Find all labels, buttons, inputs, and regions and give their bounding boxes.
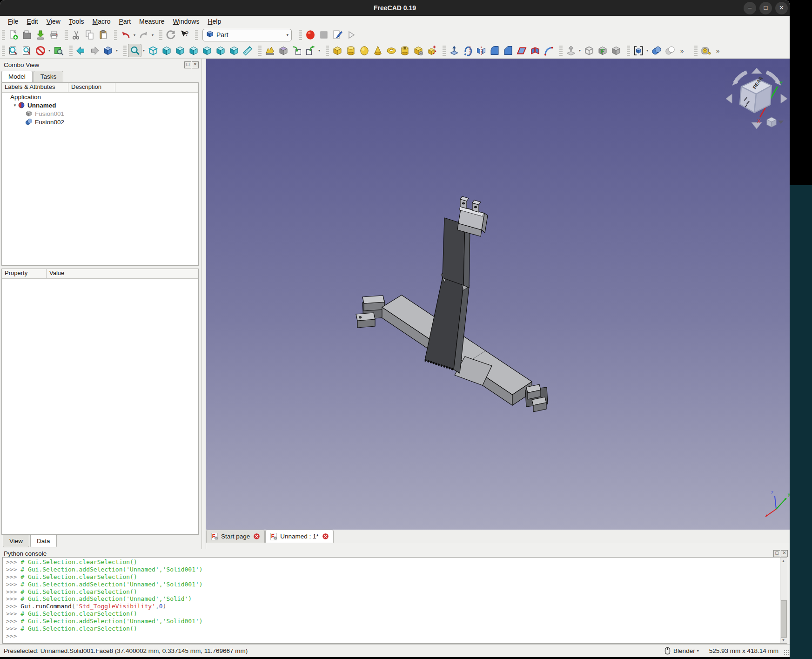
tree-item-fusion001[interactable]: Fusion001 <box>2 109 198 118</box>
redo-button[interactable] <box>137 28 150 42</box>
offset-button[interactable] <box>564 44 577 57</box>
expander-icon[interactable]: ▾ <box>12 103 18 108</box>
tab-close-icon[interactable] <box>322 533 329 540</box>
nav-mini-cube-icon[interactable] <box>767 117 776 127</box>
resize-grip[interactable] <box>784 650 789 655</box>
menu-item-tools[interactable]: Tools <box>65 17 88 26</box>
toolbar-handle-icon[interactable] <box>159 30 162 40</box>
tab-model[interactable]: Model <box>1 71 33 82</box>
simple-copy-button[interactable] <box>609 44 623 57</box>
primitive-cylinder-button[interactable] <box>344 44 357 57</box>
tree-item-fusion002[interactable]: Fusion002 <box>2 118 198 126</box>
macro-stop-button[interactable] <box>317 28 330 42</box>
measure-linear-button[interactable] <box>241 44 254 57</box>
view-top-button[interactable] <box>173 44 187 57</box>
revolve-button[interactable] <box>461 44 474 57</box>
toolbar-handle-icon[interactable] <box>443 46 446 56</box>
console-close-icon[interactable]: ✕ <box>781 550 788 557</box>
whats-this-button[interactable]: ? <box>177 28 191 42</box>
workbench-selector[interactable]: Part▾ <box>202 29 292 41</box>
document-tab-start-page[interactable]: FStart page <box>206 530 265 543</box>
fit-all-button[interactable] <box>7 44 20 57</box>
primitive-cone-button[interactable] <box>371 44 384 57</box>
menu-item-file[interactable]: File <box>4 17 23 26</box>
cross-section-button[interactable] <box>631 44 645 57</box>
toolbar-handle-icon[interactable] <box>65 30 68 40</box>
viewport-3d[interactable]: Y X REAR <box>206 59 790 530</box>
python-console[interactable]: >>> # Gui.Selection.clearSelection()>>> … <box>2 557 787 644</box>
offset-caret-icon[interactable]: ▾ <box>577 44 582 57</box>
view-bottom-button[interactable] <box>214 44 227 57</box>
sweep-button[interactable] <box>542 44 555 57</box>
toolbar-handle-icon[interactable] <box>69 46 73 56</box>
menu-item-edit[interactable]: Edit <box>23 17 42 26</box>
minimize-button[interactable]: – <box>744 2 756 14</box>
toolbar-handle-icon[interactable] <box>195 30 198 40</box>
draw-style-caret-icon[interactable]: ▾ <box>47 44 52 57</box>
vertical-splitter[interactable] <box>201 59 206 549</box>
menu-item-view[interactable]: View <box>42 17 65 26</box>
shape-builder-button[interactable] <box>411 44 425 57</box>
nav-menu-caret-icon[interactable] <box>778 121 784 124</box>
navigation-cube[interactable]: Y X REAR <box>726 68 787 129</box>
nav-style-caret-icon[interactable]: ▾ <box>697 649 699 653</box>
convert-to-solid-button[interactable] <box>276 44 290 57</box>
toolbar-handle-icon[interactable] <box>326 46 329 56</box>
macro-record-button[interactable] <box>303 28 317 42</box>
primitives-dialog-button[interactable] <box>425 44 438 57</box>
menu-item-part[interactable]: Part <box>114 17 135 26</box>
view-front-button[interactable] <box>160 44 173 57</box>
tree-header-labels[interactable]: Labels & Attributes <box>2 83 68 92</box>
redo-caret-icon[interactable]: ▾ <box>150 28 155 42</box>
refresh-button[interactable] <box>164 28 177 42</box>
scroll-thumb[interactable] <box>781 600 787 638</box>
menu-item-measure[interactable]: Measure <box>135 17 168 26</box>
cross-section-caret-icon[interactable]: ▾ <box>645 44 650 57</box>
toolbar-handle-icon[interactable] <box>114 30 117 40</box>
zoom-tool-caret-icon[interactable]: ▾ <box>141 44 146 57</box>
view-isometric-button[interactable] <box>101 44 114 57</box>
boolean-union-button[interactable] <box>650 44 663 57</box>
scroll-up-icon[interactable]: ▲ <box>781 558 786 564</box>
export-part-button[interactable] <box>303 44 317 57</box>
tab-view[interactable]: View <box>3 535 29 547</box>
draw-style-button[interactable] <box>34 44 47 57</box>
primitive-box-button[interactable] <box>330 44 344 57</box>
fusion-model[interactable] <box>356 196 548 412</box>
undo-caret-icon[interactable]: ▾ <box>132 28 137 42</box>
toolbar-handle-icon[interactable] <box>299 30 302 40</box>
dock-close-icon[interactable]: ✕ <box>192 61 199 68</box>
title-bar[interactable]: FreeCAD 0.19 – □ ✕ <box>0 0 790 16</box>
primitive-sphere-button[interactable] <box>357 44 371 57</box>
view-axonometric-button[interactable] <box>146 44 160 57</box>
nav-forward-button[interactable] <box>87 44 101 57</box>
tab-tasks[interactable]: Tasks <box>34 71 64 82</box>
thickness-button[interactable] <box>582 44 596 57</box>
print-button[interactable] <box>47 28 60 42</box>
new-file-button[interactable] <box>7 28 20 42</box>
maximize-button[interactable]: □ <box>759 2 772 14</box>
primitive-torus-button[interactable] <box>384 44 398 57</box>
menu-item-windows[interactable]: Windows <box>169 17 204 26</box>
tab-data[interactable]: Data <box>30 535 57 547</box>
primitive-tube-button[interactable] <box>398 44 411 57</box>
menu-item-macro[interactable]: Macro <box>88 17 115 26</box>
view-isometric-caret-icon[interactable]: ▾ <box>114 44 119 57</box>
selection-view-button[interactable] <box>52 44 65 57</box>
overflow-button[interactable]: » <box>677 44 690 57</box>
toolbar-handle-icon[interactable] <box>694 46 698 56</box>
undo-button[interactable] <box>119 28 132 42</box>
console-float-icon[interactable]: ▢ <box>773 550 780 557</box>
make-face-button[interactable] <box>515 44 528 57</box>
property-header-property[interactable]: Property <box>2 269 47 278</box>
boolean-common-button[interactable] <box>663 44 677 57</box>
scroll-down-icon[interactable]: ▼ <box>781 638 786 643</box>
open-button[interactable] <box>20 28 34 42</box>
toolbar-handle-icon[interactable] <box>559 46 563 56</box>
cut-button[interactable] <box>69 28 83 42</box>
copy-button[interactable] <box>83 28 96 42</box>
toolbar-handle-icon[interactable] <box>627 46 630 56</box>
zoom-tool-button[interactable] <box>128 44 141 57</box>
tree-header-description[interactable]: Description <box>68 83 115 92</box>
measure-tape-button[interactable] <box>699 44 712 57</box>
